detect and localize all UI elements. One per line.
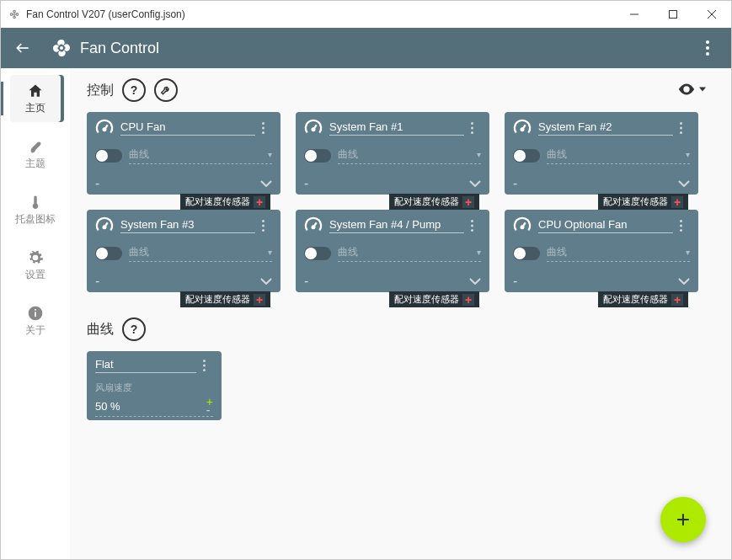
enable-toggle[interactable]: [95, 149, 122, 163]
status-value: -: [304, 274, 308, 289]
plus-icon: +: [254, 196, 265, 208]
gauge-icon: [304, 216, 323, 235]
minimize-button[interactable]: [615, 1, 654, 28]
thermometer-icon: [27, 194, 44, 211]
fan-name-input[interactable]: System Fan #4 / Pump: [329, 218, 464, 233]
help-button[interactable]: ?: [122, 317, 146, 341]
help-button[interactable]: ?: [122, 78, 146, 102]
svg-rect-2: [670, 11, 677, 19]
tools-button[interactable]: [154, 78, 178, 102]
enable-toggle[interactable]: [304, 247, 331, 260]
card-menu-button[interactable]: [680, 220, 690, 232]
svg-point-34: [313, 226, 315, 228]
enable-toggle[interactable]: [95, 247, 122, 260]
enable-toggle[interactable]: [513, 149, 540, 163]
svg-point-37: [471, 229, 473, 232]
svg-point-25: [680, 122, 682, 125]
chevron-down-icon: ▾: [686, 150, 690, 159]
expand-button[interactable]: [469, 278, 481, 285]
sensor-pair-button[interactable]: 配对速度传感器+: [180, 194, 270, 210]
svg-point-32: [262, 229, 264, 232]
control-grid: CPU Fan曲线▾-配对速度传感器+System Fan #1曲线▾-配对速度…: [87, 112, 714, 292]
expand-button[interactable]: [469, 180, 481, 187]
maximize-button[interactable]: [654, 1, 692, 28]
add-fab[interactable]: +: [660, 497, 706, 542]
sidebar-item-about[interactable]: 关于: [10, 297, 61, 344]
status-value: -: [513, 176, 517, 191]
svg-rect-12: [35, 309, 36, 311]
curve-select[interactable]: 曲线▾: [129, 245, 272, 262]
plus-icon: +: [671, 294, 683, 306]
window-title: Fan Control V207 (userConfig.json): [26, 8, 615, 20]
card-menu-button[interactable]: [262, 122, 272, 134]
expand-button[interactable]: [678, 278, 690, 285]
fan-name-input[interactable]: System Fan #1: [329, 120, 464, 136]
enable-toggle[interactable]: [513, 247, 540, 260]
decrease-button[interactable]: -: [206, 406, 213, 414]
svg-point-14: [104, 128, 106, 131]
svg-point-24: [521, 128, 524, 131]
sidebar-item-settings[interactable]: 设置: [10, 242, 61, 289]
sensor-pair-button[interactable]: 配对速度传感器+: [598, 194, 688, 210]
sidebar-item-label: 主页: [25, 101, 45, 115]
sensor-pair-button[interactable]: 配对速度传感器+: [389, 194, 479, 210]
svg-point-44: [203, 365, 206, 367]
fan-name-input[interactable]: CPU Fan: [120, 120, 255, 136]
sidebar: 主页 主题 托盘图标 设置 关于: [1, 68, 70, 559]
sensor-pair-button[interactable]: 配对速度传感器+: [389, 291, 479, 307]
svg-point-6: [60, 46, 63, 50]
svg-point-35: [471, 220, 473, 222]
sidebar-item-label: 关于: [25, 323, 45, 338]
chevron-down-icon: ▾: [477, 150, 481, 159]
gauge-icon: [513, 119, 532, 137]
enable-toggle[interactable]: [304, 149, 331, 163]
card-menu-button[interactable]: [262, 220, 272, 232]
plus-icon: +: [462, 294, 474, 306]
fan-name-input[interactable]: System Fan #3: [120, 218, 255, 233]
card-menu-button[interactable]: [471, 220, 481, 232]
fan-icon: [51, 38, 72, 58]
close-button[interactable]: [692, 1, 731, 28]
svg-point-31: [262, 225, 264, 227]
back-button[interactable]: [14, 40, 31, 56]
curve-name-input[interactable]: Flat: [95, 358, 196, 373]
svg-point-45: [203, 369, 206, 371]
card-menu-button[interactable]: [203, 360, 213, 371]
control-card: CPU Fan曲线▾-配对速度传感器+: [87, 112, 281, 195]
sensor-pair-button[interactable]: 配对速度传感器+: [598, 291, 688, 307]
speed-label: 风扇速度: [95, 381, 213, 394]
sidebar-item-tray[interactable]: 托盘图标: [10, 186, 61, 233]
speed-value-input[interactable]: 50 %: [95, 400, 120, 413]
sensor-pair-button[interactable]: 配对速度传感器+: [180, 291, 270, 307]
fan-name-input[interactable]: System Fan #2: [538, 120, 673, 136]
expand-button[interactable]: [678, 180, 690, 187]
section-title: 控制: [87, 82, 114, 99]
sidebar-item-label: 设置: [25, 268, 45, 282]
curve-select[interactable]: 曲线▾: [547, 245, 690, 262]
visibility-toggle[interactable]: [677, 80, 706, 99]
curve-select[interactable]: 曲线▾: [338, 147, 481, 164]
chevron-down-icon: ▾: [686, 248, 690, 257]
sidebar-item-theme[interactable]: 主题: [10, 131, 61, 178]
control-card: CPU Optional Fan曲线▾-配对速度传感器+: [505, 210, 698, 292]
gauge-icon: [304, 119, 323, 137]
fan-name-input[interactable]: CPU Optional Fan: [538, 218, 673, 233]
curve-select[interactable]: 曲线▾: [338, 245, 481, 262]
plus-icon: +: [462, 196, 474, 208]
curve-select[interactable]: 曲线▾: [547, 147, 690, 164]
section-title: 曲线: [87, 321, 114, 339]
svg-point-19: [313, 128, 315, 131]
svg-point-7: [706, 40, 709, 44]
card-menu-button[interactable]: [680, 122, 690, 134]
status-value: -: [304, 176, 308, 191]
sidebar-item-home[interactable]: 主页: [10, 75, 61, 122]
svg-point-21: [471, 127, 473, 130]
app-title: Fan Control: [80, 40, 697, 57]
expand-button[interactable]: [260, 180, 272, 187]
card-menu-button[interactable]: [471, 122, 481, 134]
curve-select[interactable]: 曲线▾: [129, 147, 272, 164]
expand-button[interactable]: [260, 278, 272, 285]
header-menu-button[interactable]: [697, 40, 718, 56]
svg-point-0: [13, 13, 15, 15]
chevron-down-icon: ▾: [477, 248, 481, 257]
